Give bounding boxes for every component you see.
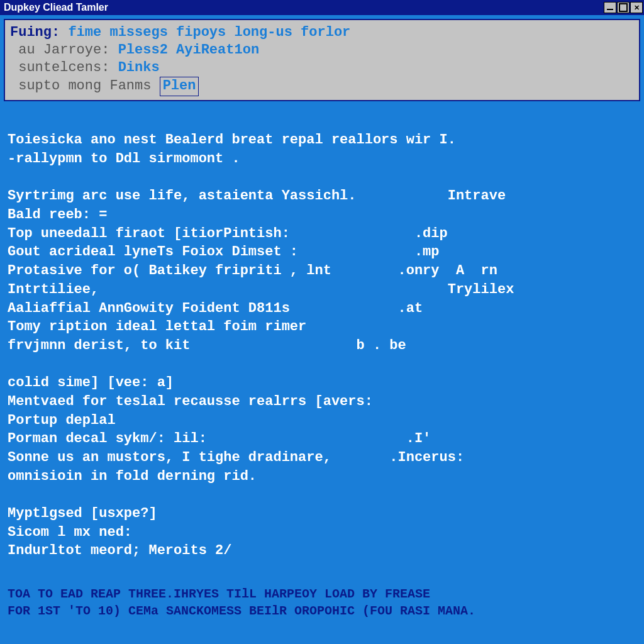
content-line: Sonne us an mustors, I tighe dradinare, … (8, 450, 464, 465)
content-line: Mentvaed for teslal recausse realrrs [av… (8, 394, 373, 409)
window-title: Dupkey Cliead Tamler (4, 2, 604, 13)
maximize-button[interactable] (617, 2, 630, 13)
close-button[interactable] (630, 2, 643, 13)
footer-status: TOA TO EAD REAP THREE.IHRYES TIlL HARPEO… (0, 569, 644, 644)
window-controls (604, 2, 643, 13)
content-line: Aaliaffial AnnGowity Foident D811s .at (8, 301, 423, 316)
panel-line-1: Fuing: fime missegs fipoys long-us forlo… (10, 24, 634, 42)
content-line: frvjmnn derist, to kit b . be (8, 338, 406, 353)
terminal-content: Toiesicka ano nest Bealerd breat repal r… (0, 105, 644, 569)
content-line: Intrtiliee, Trylilex (8, 282, 514, 297)
titlebar[interactable]: Dupkey Cliead Tamler (0, 0, 644, 15)
content-line: Syrtrimg arc use life, astaienta Yassich… (8, 188, 506, 204)
plen-button[interactable]: Plen (160, 77, 199, 96)
footer-line: FOR 1ST 'TO 10) CEMa SANCKOMESS BEIlR OR… (8, 604, 475, 618)
header-panel: Fuing: fime missegs fipoys long-us forlo… (4, 19, 640, 101)
content-line: Portup deplal (8, 413, 116, 428)
content-line: Indurltot meord; Meroits 2/ (8, 543, 231, 558)
content-line: omnisioin in fold derning rid. (8, 469, 257, 484)
minimize-button[interactable] (604, 2, 616, 13)
content-line: Porman decal sykm/: lil: .I' (8, 431, 431, 447)
footer-line: TOA TO EAD REAP THREE.IHRYES TIlL HARPEO… (8, 587, 430, 601)
content-line: Sicom l mx ned: (8, 525, 132, 540)
panel-line-4: supto mong Fanms Plen (10, 77, 634, 96)
content-line: Toiesicka ano nest Bealerd breat repal r… (8, 132, 456, 148)
content-line: Gout acrideal lyneTs Foiox Dimset : .mp (8, 244, 440, 260)
panel-line-3: suntelcens: Dinks (10, 59, 634, 77)
content-line: Tomy ription ideal lettal foim rimer (8, 319, 306, 335)
panel-line-2: au Jarroye: Pless2 AyiReat1on (10, 42, 634, 59)
content-line: Top uneedall firaot [itiorPintish: .dip (8, 226, 448, 242)
content-line: Protasive for o( Batikey fripriti , lnt … (8, 263, 497, 279)
content-line: colid sime] [vee: a] (8, 375, 174, 391)
content-line: Bald reeb: = (8, 207, 107, 223)
content-line: -rallypmn to Ddl sirmomont . (8, 151, 240, 167)
content-line: Myptlgsed [usxpe?] (8, 506, 157, 521)
window: Dupkey Cliead Tamler Fuing: fime missegs… (0, 0, 644, 644)
